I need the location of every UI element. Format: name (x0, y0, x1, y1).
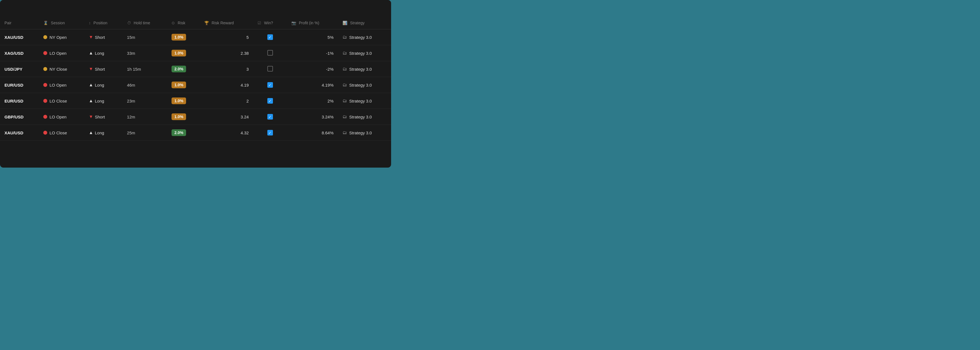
hold-time-cell: 25m (123, 125, 167, 141)
pair-cell: GBP/USD (0, 109, 39, 125)
hourglass-icon: ⌛ (43, 21, 48, 25)
position-label: Long (95, 51, 104, 56)
arrow-up-icon: ▲ (89, 83, 93, 88)
clock-icon: ⏱ (127, 21, 131, 25)
session-dot-icon (43, 35, 47, 39)
risk-reward-cell: 4.32 (200, 125, 253, 141)
folder-icon: 🗂 (342, 83, 347, 88)
header-risk: ⊙ Risk (167, 17, 199, 29)
header-riskreward: 🏆 Risk Reward (200, 17, 253, 29)
win-cell[interactable]: ✓ (253, 93, 286, 109)
position-label: Short (95, 35, 105, 40)
win-checkbox-checked[interactable]: ✓ (267, 34, 273, 40)
position-label: Short (95, 67, 105, 72)
table-row: XAG/USDLO Open▲Long33m1.0%2.38-1%🗂Strate… (0, 45, 391, 61)
win-cell[interactable]: ✓ (253, 109, 286, 125)
session-name: LO Open (49, 83, 67, 88)
camera-icon: 📷 (291, 21, 296, 25)
pair-cell: EUR/USD (0, 77, 39, 93)
session-dot-icon (43, 83, 47, 87)
session-name: LO Open (49, 115, 67, 119)
win-checkbox-checked[interactable]: ✓ (267, 130, 273, 135)
position-cell: ▲Long (84, 93, 123, 109)
win-checkbox-unchecked[interactable] (267, 50, 273, 56)
arrow-down-icon: ▼ (89, 114, 93, 119)
header-win: ☑ Win? (253, 17, 286, 29)
win-cell[interactable] (253, 61, 286, 77)
table-container: Pair ⌛ Session ↕ Position ⏱ Hold time (0, 17, 391, 146)
title-bar (0, 0, 391, 17)
table-row: XAU/USDLO Close▲Long25m2.0%4.32✓8.64%🗂St… (0, 125, 391, 141)
position-cell: ▼Short (84, 109, 123, 125)
pair-cell: XAG/USD (0, 45, 39, 61)
session-cell: NY Open (39, 29, 84, 45)
win-checkbox-checked[interactable]: ✓ (267, 82, 273, 88)
strategy-cell: 🗂Strategy 3.0 (338, 125, 391, 141)
win-cell[interactable]: ✓ (253, 77, 286, 93)
session-dot-icon (43, 67, 47, 71)
header-strategy: 📊 Strategy (338, 17, 391, 29)
win-checkbox-unchecked[interactable] (267, 66, 273, 72)
strategy-label: Strategy 3.0 (349, 115, 372, 119)
trophy-icon: 🏆 (204, 21, 209, 25)
header-profit: 📷 Profit (in %) (287, 17, 338, 29)
hold-time-cell: 12m (123, 109, 167, 125)
strategy-cell: 🗂Strategy 3.0 (338, 93, 391, 109)
hold-time-cell: 1h 15m (123, 61, 167, 77)
position-cell: ▼Short (84, 61, 123, 77)
risk-cell: 2.0% (167, 61, 199, 77)
strategy-cell: 🗂Strategy 3.0 (338, 77, 391, 93)
strategy-label: Strategy 3.0 (349, 99, 372, 103)
header-position: ↕ Position (84, 17, 123, 29)
session-cell: LO Close (39, 93, 84, 109)
risk-cell: 1.0% (167, 29, 199, 45)
position-label: Short (95, 115, 105, 119)
profit-cell: 2% (287, 93, 338, 109)
risk-cell: 1.0% (167, 93, 199, 109)
session-dot-icon (43, 131, 47, 135)
session-cell: LO Close (39, 125, 84, 141)
folder-icon: 🗂 (342, 130, 347, 135)
risk-badge: 1.0% (172, 113, 186, 120)
position-label: Long (95, 99, 104, 103)
risk-cell: 2.0% (167, 125, 199, 141)
header-pair: Pair (0, 17, 39, 29)
risk-reward-cell: 2 (200, 93, 253, 109)
profit-cell: 8.64% (287, 125, 338, 141)
position-label: Long (95, 130, 104, 135)
strategy-label: Strategy 3.0 (349, 130, 372, 135)
hold-time-cell: 15m (123, 29, 167, 45)
folder-icon: 🗂 (342, 67, 347, 72)
risk-badge: 1.0% (172, 50, 186, 56)
win-checkbox-checked[interactable]: ✓ (267, 114, 273, 119)
risk-cell: 1.0% (167, 77, 199, 93)
profit-cell: 4.19% (287, 77, 338, 93)
header-session: ⌛ Session (39, 17, 84, 29)
strategy-cell: 🗂Strategy 3.0 (338, 109, 391, 125)
table-row: EUR/USDLO Close▲Long23m1.0%2✓2%🗂Strategy… (0, 93, 391, 109)
table-row: USD/JPYNY Close▼Short1h 15m2.0%3-2%🗂Stra… (0, 61, 391, 77)
win-cell[interactable]: ✓ (253, 29, 286, 45)
pair-cell: XAU/USD (0, 29, 39, 45)
profit-cell: -2% (287, 61, 338, 77)
win-checkbox-checked[interactable]: ✓ (267, 98, 273, 103)
checkbox-icon: ☑ (258, 21, 261, 25)
position-label: Long (95, 83, 104, 88)
strategy-cell: 🗂Strategy 3.0 (338, 45, 391, 61)
arrow-up-icon: ▲ (89, 51, 93, 56)
strategy-label: Strategy 3.0 (349, 35, 372, 40)
session-name: LO Close (49, 130, 67, 135)
sort-icon: ↕ (89, 21, 91, 25)
hold-time-cell: 23m (123, 93, 167, 109)
hold-time-cell: 46m (123, 77, 167, 93)
risk-badge: 2.0% (172, 66, 186, 72)
win-cell[interactable]: ✓ (253, 125, 286, 141)
session-cell: LO Open (39, 77, 84, 93)
risk-badge: 1.0% (172, 97, 186, 104)
pair-cell: USD/JPY (0, 61, 39, 77)
pair-cell: XAU/USD (0, 125, 39, 141)
position-cell: ▲Long (84, 125, 123, 141)
session-name: LO Open (49, 51, 67, 56)
win-cell[interactable] (253, 45, 286, 61)
risk-badge: 2.0% (172, 129, 186, 136)
